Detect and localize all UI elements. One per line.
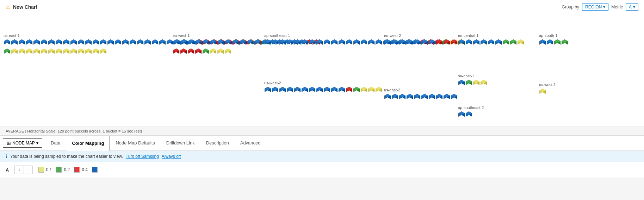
- region-label-ap-southeast-2: ap-southeast-2: [458, 105, 484, 110]
- group-by-value: REGION: [585, 5, 602, 9]
- color-value-1: 0.2: [64, 167, 70, 172]
- cube-us-east-1-20: [151, 39, 159, 48]
- cube-us-west-2-6: [309, 86, 316, 95]
- cube-us-west-2-12: [353, 86, 360, 95]
- add-remove-buttons: + −: [14, 166, 32, 174]
- cube-eu-west-1-27: [224, 48, 231, 57]
- cube-us-east-1-13: [100, 39, 107, 48]
- cube-ap-southeast-1-10: [338, 39, 345, 48]
- cube-eu-west-1-6: [217, 39, 224, 48]
- color-swatch-1[interactable]: [56, 167, 62, 173]
- cube-ap-southeast-2-1: [465, 111, 472, 120]
- cube-us-west-2-15: [375, 86, 382, 95]
- cube-eu-west-1-20: [173, 48, 180, 57]
- page-title: New Chart: [13, 4, 37, 10]
- turn-off-sampling-link[interactable]: Turn off Sampling: [126, 154, 159, 159]
- cube-eu-west-2-2: [399, 39, 406, 48]
- cube-ap-southeast-1-7: [316, 39, 323, 48]
- cube-eu-west-1-0: [173, 39, 180, 48]
- header-right: Group by REGION ▾ Metric A ▾: [562, 4, 638, 11]
- cube-eu-west-2-7: [436, 39, 443, 48]
- cube-us-east-2-7: [436, 93, 443, 102]
- grid-icon: ⊞: [7, 140, 11, 146]
- cube-eu-west-2-0: [384, 39, 391, 48]
- cube-us-west-2-14: [368, 86, 375, 95]
- header: ⚠ New Chart Group by REGION ▾ Metric A ▾: [0, 0, 644, 14]
- cube-eu-central-1-3: [480, 39, 487, 48]
- tab-node-map-defaults[interactable]: Node Map Defaults: [110, 135, 160, 151]
- region-label-sa-east-1: sa-east-1: [458, 74, 487, 78]
- status-text: AVERAGE | Horizontal Scale: 120 point bu…: [6, 129, 142, 133]
- cube-us-east-1-36: [4, 48, 11, 57]
- cube-eu-west-1-1: [180, 39, 187, 48]
- cube-ap-southeast-1-8: [323, 39, 330, 48]
- color-entry-1: 0.2: [56, 167, 70, 173]
- cube-us-east-1-42: [48, 48, 55, 57]
- cube-ap-southeast-1-11: [346, 39, 353, 48]
- cube-us-east-1-37: [11, 48, 18, 57]
- cube-us-west-2-1: [272, 86, 279, 95]
- tab-description[interactable]: Description: [200, 135, 235, 151]
- cube-us-west-2-13: [360, 86, 367, 95]
- status-bar: AVERAGE | Horizontal Scale: 120 point bu…: [0, 127, 644, 135]
- tab-advanced-label: Advanced: [240, 140, 261, 146]
- cube-ap-southeast-1-2: [279, 39, 286, 48]
- remove-entry-button[interactable]: −: [24, 166, 32, 174]
- info-text: Your data is being sampled to make the c…: [10, 154, 123, 159]
- region-ap-southeast-2: ap-southeast-2: [458, 105, 484, 120]
- chevron-down-icon-metric: ▾: [633, 5, 635, 9]
- tab-color-mapping[interactable]: Color Mapping: [66, 136, 110, 151]
- cube-us-west-2-11: [346, 86, 353, 95]
- cube-eu-central-1-2: [473, 39, 480, 48]
- add-entry-button[interactable]: +: [15, 166, 24, 174]
- color-swatch-2[interactable]: [74, 167, 80, 173]
- cube-us-west-2-3: [286, 86, 293, 95]
- region-label-us-west-1: us-west-1: [539, 83, 556, 87]
- color-value-0: 0.1: [46, 167, 52, 172]
- tab-drilldown-link[interactable]: Drilldown Link: [161, 135, 200, 151]
- color-entry-0: 0.1: [38, 167, 52, 173]
- tab-data[interactable]: Data: [45, 135, 66, 151]
- cube-us-east-1-44: [63, 48, 70, 57]
- cube-us-east-1-48: [92, 48, 99, 57]
- cube-us-west-2-8: [323, 86, 330, 95]
- cube-eu-west-1-25: [210, 48, 217, 57]
- cube-us-east-2-6: [428, 93, 435, 102]
- cube-us-east-1-17: [129, 39, 136, 48]
- cube-us-east-1-19: [144, 39, 151, 48]
- cube-eu-central-1-0: [458, 39, 465, 48]
- cube-us-east-1-21: [159, 39, 166, 48]
- cube-eu-west-1-26: [217, 48, 224, 57]
- cube-ap-southeast-1-14: [368, 39, 375, 48]
- cube-ap-southeast-1-12: [353, 39, 360, 48]
- cube-us-east-1-6: [48, 39, 55, 48]
- cube-us-east-1-22: [166, 39, 173, 48]
- color-swatch-0[interactable]: [38, 167, 44, 173]
- cube-us-west-2-9: [331, 86, 338, 95]
- metric-value: A: [629, 5, 632, 9]
- cube-us-east-1-41: [41, 48, 48, 57]
- metric-button[interactable]: A ▾: [626, 4, 638, 11]
- cube-us-east-1-1: [11, 39, 18, 48]
- cube-ap-south-1-3: [561, 39, 568, 48]
- cube-us-east-2-8: [443, 93, 450, 102]
- color-value-2: 0.4: [82, 167, 88, 172]
- cube-eu-west-1-5: [210, 39, 217, 48]
- cube-eu-west-1-2: [187, 39, 194, 48]
- color-entry-2: 0.4: [74, 167, 88, 173]
- node-map-button[interactable]: ⊞ NODE MAP ▾: [3, 138, 42, 148]
- cube-eu-west-2-1: [391, 39, 398, 48]
- cube-ap-south-1-2: [554, 39, 561, 48]
- cube-us-west-2-2: [279, 86, 286, 95]
- cube-us-east-1-46: [78, 48, 85, 57]
- group-by-button[interactable]: REGION ▾: [582, 4, 608, 11]
- color-swatch-3[interactable]: [92, 167, 98, 173]
- cube-us-east-1-18: [137, 39, 144, 48]
- cube-us-east-1-16: [122, 39, 129, 48]
- region-sa-east-1: sa-east-1: [458, 74, 487, 88]
- always-off-link[interactable]: Always off: [162, 154, 181, 159]
- tab-advanced[interactable]: Advanced: [235, 135, 266, 151]
- cube-us-west-2-0: [264, 86, 271, 95]
- cube-ap-southeast-1-6: [309, 39, 316, 48]
- cube-us-east-2-5: [421, 93, 428, 102]
